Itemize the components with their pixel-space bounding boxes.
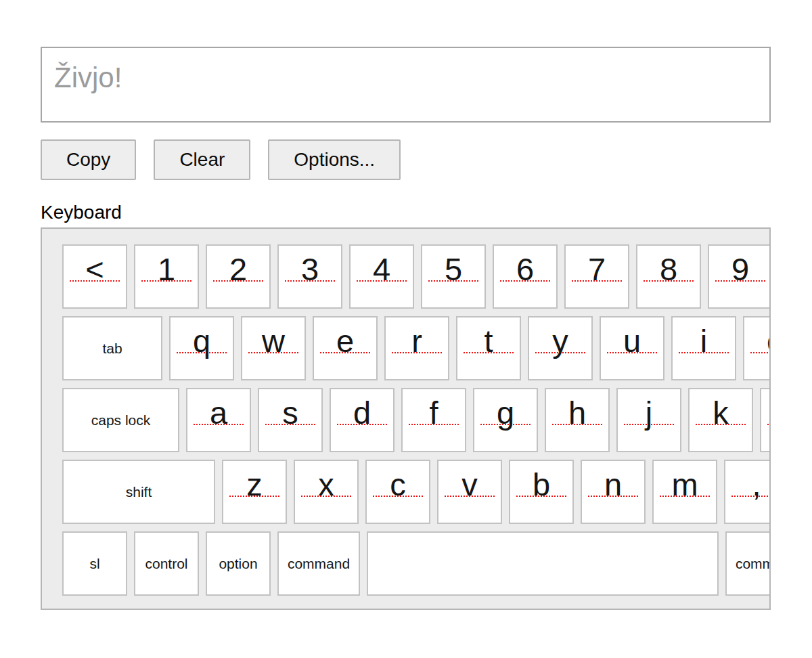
key-mod-label: command xyxy=(727,533,771,594)
key-control[interactable]: control xyxy=(134,531,199,596)
key-s[interactable]: s xyxy=(258,388,323,452)
clear-button[interactable]: Clear xyxy=(154,139,250,180)
key-sl[interactable]: sl xyxy=(62,531,127,596)
key-char-label: 1 xyxy=(135,246,198,293)
key-q[interactable]: q xyxy=(169,316,234,380)
key-mod-label: control xyxy=(135,533,198,594)
key-m[interactable]: m xyxy=(652,460,717,524)
key-char-label: w xyxy=(242,317,304,365)
key-char-label: c xyxy=(367,461,429,508)
key-6[interactable]: 6 xyxy=(493,244,558,309)
key-comma[interactable]: , xyxy=(724,460,771,524)
key-char-label: 9 xyxy=(709,246,771,293)
key-i[interactable]: i xyxy=(671,316,736,380)
key-char-label: x xyxy=(295,461,357,508)
key-char-label: 7 xyxy=(566,246,628,293)
key-3[interactable]: 3 xyxy=(277,244,342,309)
key-caps-lock[interactable]: caps lock xyxy=(62,388,179,452)
key-char-label: j xyxy=(618,389,680,437)
keyboard-row: shiftzxcvbnm, xyxy=(62,460,769,524)
keyboard: <123456789tabqwertyuiocaps lockasdfghjkl… xyxy=(41,227,771,610)
key-char-label: 4 xyxy=(351,246,413,293)
key-mod-label: command xyxy=(279,533,359,594)
key-v[interactable]: v xyxy=(437,460,502,524)
key-char-label: s xyxy=(259,389,321,437)
key-char-label: , xyxy=(725,461,771,508)
key-char-label: b xyxy=(510,461,572,508)
key-char-label: f xyxy=(403,389,465,437)
key-z[interactable]: z xyxy=(222,460,287,524)
key-char-label: y xyxy=(529,317,591,365)
text-output[interactable] xyxy=(41,47,771,123)
key-char-label: z xyxy=(223,461,286,508)
key-char-label: k xyxy=(690,389,752,437)
key-w[interactable]: w xyxy=(241,316,306,380)
key-b[interactable]: b xyxy=(509,460,574,524)
key-char-label: l xyxy=(761,389,771,437)
key-char-label: g xyxy=(474,389,537,437)
key-e[interactable]: e xyxy=(313,316,378,380)
key-char-label: h xyxy=(546,389,608,437)
key-char-label: u xyxy=(601,317,663,365)
key-x[interactable]: x xyxy=(294,460,359,524)
keyboard-row: tabqwertyuio xyxy=(62,316,769,380)
key-9[interactable]: 9 xyxy=(708,244,771,309)
keyboard-label: Keyboard xyxy=(41,201,771,224)
key-shift[interactable]: shift xyxy=(62,460,215,524)
key-y[interactable]: y xyxy=(528,316,593,380)
key-char-label: 2 xyxy=(207,246,269,293)
key-option[interactable]: option xyxy=(206,531,271,596)
key-less-than[interactable]: < xyxy=(62,244,127,309)
key-char-label: t xyxy=(457,317,520,365)
key-mod-label: caps lock xyxy=(64,389,178,451)
toolbar: Copy Clear Options... xyxy=(41,139,771,180)
key-mod-label: tab xyxy=(64,317,161,379)
key-space[interactable] xyxy=(367,531,719,596)
key-8[interactable]: 8 xyxy=(636,244,701,309)
key-d[interactable]: d xyxy=(330,388,394,452)
key-4[interactable]: 4 xyxy=(349,244,414,309)
key-u[interactable]: u xyxy=(600,316,664,380)
key-2[interactable]: 2 xyxy=(206,244,271,309)
key-char-label: < xyxy=(64,246,126,293)
options-button[interactable]: Options... xyxy=(268,139,401,180)
key-tab[interactable]: tab xyxy=(62,316,162,380)
copy-button[interactable]: Copy xyxy=(41,139,136,180)
key-c[interactable]: c xyxy=(365,460,430,524)
key-char-label: o xyxy=(744,317,771,365)
key-mod-label: shift xyxy=(64,461,214,523)
key-g[interactable]: g xyxy=(473,388,538,452)
key-command-left[interactable]: command xyxy=(277,531,360,596)
key-char-label: 3 xyxy=(279,246,341,293)
key-a[interactable]: a xyxy=(186,388,251,452)
key-char-label: q xyxy=(171,317,233,365)
key-mod-label: option xyxy=(207,533,269,594)
key-char-label: n xyxy=(582,461,644,508)
key-k[interactable]: k xyxy=(688,388,753,452)
key-char-label: d xyxy=(331,389,393,437)
key-char-label: m xyxy=(654,461,716,508)
key-f[interactable]: f xyxy=(401,388,466,452)
key-char-label: 5 xyxy=(422,246,484,293)
app: Copy Clear Options... Keyboard <12345678… xyxy=(41,47,771,610)
key-char-label: 8 xyxy=(637,246,700,293)
key-7[interactable]: 7 xyxy=(564,244,629,309)
key-char-label: e xyxy=(314,317,376,365)
key-char-label: v xyxy=(438,461,501,508)
key-char-label: a xyxy=(187,389,250,437)
key-5[interactable]: 5 xyxy=(421,244,486,309)
key-1[interactable]: 1 xyxy=(134,244,199,309)
key-command-right[interactable]: command xyxy=(725,531,771,596)
keyboard-row: caps lockasdfghjkl xyxy=(62,388,769,452)
key-t[interactable]: t xyxy=(456,316,521,380)
key-o[interactable]: o xyxy=(743,316,771,380)
key-h[interactable]: h xyxy=(545,388,610,452)
key-char-label: 6 xyxy=(494,246,556,293)
key-n[interactable]: n xyxy=(581,460,646,524)
key-l[interactable]: l xyxy=(760,388,771,452)
keyboard-row: <123456789 xyxy=(62,244,769,309)
key-r[interactable]: r xyxy=(384,316,449,380)
key-j[interactable]: j xyxy=(616,388,681,452)
keyboard-row: slcontroloptioncommandcommand xyxy=(62,531,769,596)
key-char-label: r xyxy=(386,317,448,365)
